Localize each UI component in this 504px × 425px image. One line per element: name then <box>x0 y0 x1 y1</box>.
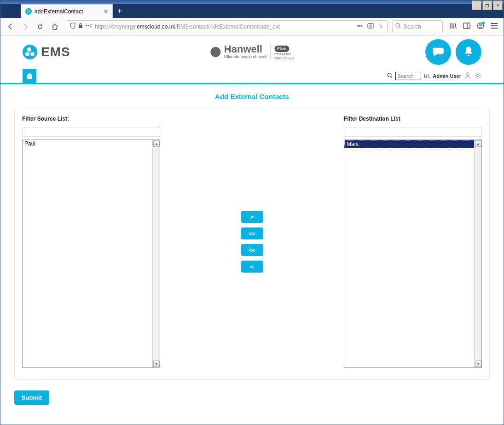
browser-search-box[interactable]: Search <box>392 20 443 33</box>
url-text: https://drsynergy.emscloud.co.uk/EMS/con… <box>95 23 280 30</box>
username-text: Admin User <box>433 73 461 79</box>
app-home-button[interactable] <box>23 69 36 83</box>
window-titlebar: _ □ × <box>0 0 504 4</box>
maximize-button[interactable]: □ <box>482 0 492 10</box>
contacts-panel: Filter Source List: Paul ▲ ▼ > >> << < F… <box>14 109 490 379</box>
app-toolbar: Hi, Admin User <box>0 69 504 84</box>
hanwell-badge-icon <box>210 47 220 57</box>
destination-filter-input[interactable] <box>344 128 482 137</box>
chat-button[interactable] <box>425 39 451 65</box>
notifications-button[interactable] <box>456 39 481 65</box>
more-icon[interactable]: ••• <box>357 23 363 30</box>
arrow-right-icon <box>21 23 29 31</box>
window-controls: _ □ × <box>471 0 503 10</box>
bell-icon <box>462 46 475 58</box>
scroll-down-button[interactable]: ▼ <box>475 361 481 367</box>
browser-search-placeholder: Search <box>404 23 421 30</box>
svg-rect-0 <box>79 25 82 28</box>
destination-column: Filter Destination List Mark ▲ ▼ <box>344 116 482 368</box>
browser-navbar: https://drsynergy.emscloud.co.uk/EMS/con… <box>0 18 504 35</box>
toolbar-right: Hi, Admin User <box>387 72 481 80</box>
app-header: EMS Hanwell Ultimate peace of mind Ellab… <box>0 35 504 69</box>
list-item[interactable]: Mark <box>344 140 481 148</box>
tab-favicon-icon <box>25 8 32 15</box>
svg-rect-2 <box>88 25 89 26</box>
hanwell-text: Hanwell <box>224 43 262 55</box>
library-icon[interactable] <box>449 22 457 31</box>
forward-button[interactable] <box>19 20 32 33</box>
reload-icon <box>36 23 44 30</box>
ems-logo[interactable]: EMS <box>23 45 70 59</box>
minimize-button[interactable]: _ <box>472 0 481 10</box>
browser-tab[interactable]: addExternalContact × <box>21 4 113 18</box>
scroll-up-button[interactable]: ▲ <box>475 140 481 147</box>
ems-logo-icon <box>23 45 37 59</box>
app-search-icon[interactable] <box>387 73 393 79</box>
header-actions <box>425 39 481 65</box>
app-search-input[interactable] <box>395 72 421 80</box>
settings-icon[interactable] <box>474 72 481 80</box>
source-filter-input[interactable] <box>22 128 160 137</box>
address-bar[interactable]: https://drsynergy.emscloud.co.uk/EMS/con… <box>66 20 388 33</box>
arrow-left-icon <box>6 23 15 31</box>
tab-title: addExternalContact <box>35 8 83 15</box>
move-all-right-button[interactable]: >> <box>241 227 263 239</box>
transfer-buttons: > >> << < <box>160 116 344 368</box>
menu-icon[interactable] <box>491 23 498 31</box>
ems-logo-text: EMS <box>41 45 70 59</box>
move-all-left-button[interactable]: << <box>241 244 263 256</box>
scroll-up-button[interactable]: ▲ <box>153 140 160 147</box>
reload-button[interactable] <box>34 20 46 33</box>
source-label: Filter Source List: <box>22 116 160 122</box>
scrollbar[interactable]: ▲ ▼ <box>474 140 481 367</box>
greeting-text: Hi, <box>424 73 430 79</box>
home-nav-button[interactable] <box>48 20 61 33</box>
home-icon <box>51 23 58 30</box>
search-icon <box>395 23 401 30</box>
svg-point-8 <box>480 24 481 26</box>
move-right-button[interactable]: > <box>241 211 263 223</box>
back-button[interactable] <box>4 20 17 33</box>
source-listbox[interactable]: Paul ▲ ▼ <box>22 140 160 368</box>
submit-row: Submit <box>14 390 490 405</box>
source-column: Filter Source List: Paul ▲ ▼ <box>22 116 160 368</box>
address-actions: ••• ☆ <box>357 23 383 30</box>
svg-point-4 <box>396 23 400 27</box>
svg-rect-5 <box>463 23 470 29</box>
ellab-sub2: Ellab Group <box>274 56 294 60</box>
reader-icon[interactable] <box>367 23 374 30</box>
bookmark-star-icon[interactable]: ☆ <box>378 23 383 30</box>
account-icon[interactable] <box>477 22 484 31</box>
home-icon <box>26 72 33 80</box>
shield-icon <box>70 23 75 30</box>
browser-tabbar: addExternalContact × + <box>0 4 504 18</box>
list-item[interactable]: Paul <box>23 140 160 147</box>
submit-button[interactable]: Submit <box>14 390 49 405</box>
hanwell-subtext: Ultimate peace of mind <box>224 54 266 59</box>
destination-label: Filter Destination List <box>344 116 482 122</box>
move-left-button[interactable]: < <box>241 261 263 273</box>
page-title: Add External Contacts <box>0 84 504 109</box>
hanwell-logo: Hanwell Ultimate peace of mind Ellab Par… <box>210 44 294 60</box>
chat-icon <box>432 46 445 58</box>
user-icon[interactable] <box>464 72 471 80</box>
close-window-button[interactable]: × <box>493 0 503 10</box>
svg-rect-1 <box>86 25 87 26</box>
svg-point-9 <box>388 73 391 77</box>
lock-icon <box>78 23 83 30</box>
destination-listbox[interactable]: Mark ▲ ▼ <box>344 140 482 368</box>
svg-point-10 <box>466 73 469 76</box>
ellab-badge: Ellab <box>274 46 289 52</box>
scroll-down-button[interactable]: ▼ <box>153 361 160 367</box>
svg-point-11 <box>477 74 479 76</box>
new-tab-button[interactable]: + <box>113 4 127 18</box>
scrollbar[interactable]: ▲ ▼ <box>152 140 160 367</box>
permissions-icon <box>86 23 92 30</box>
sidebar-icon[interactable] <box>463 22 470 31</box>
browser-right-icons <box>449 22 498 31</box>
ellab-sub1: Part of the <box>274 52 294 56</box>
svg-rect-3 <box>368 23 373 28</box>
close-tab-button[interactable]: × <box>104 8 108 15</box>
